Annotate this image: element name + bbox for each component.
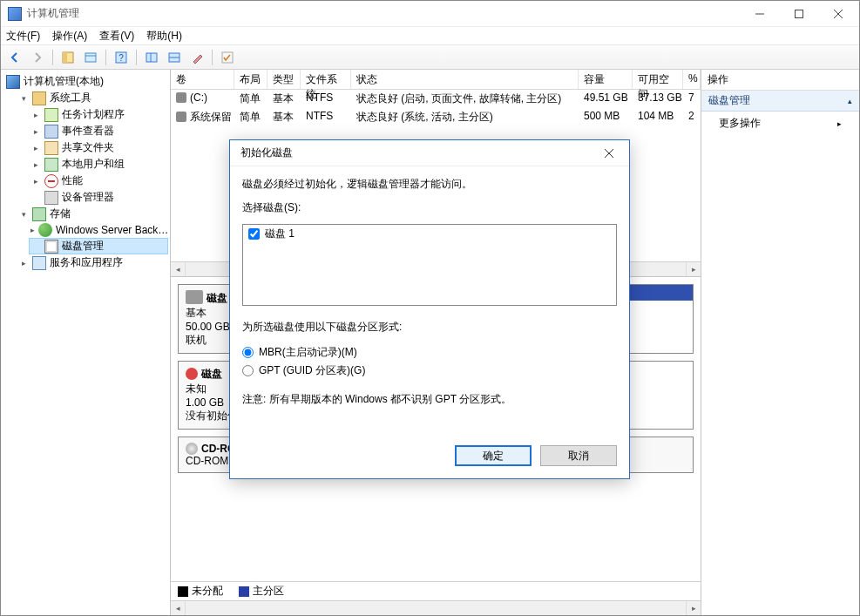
col-fs[interactable]: 文件系统 [301, 70, 351, 89]
actions-pane: 操作 磁盘管理 ▴ 更多操作 ▸ [701, 70, 859, 615]
storage-icon [32, 207, 46, 221]
disk1-checkbox[interactable] [248, 228, 260, 240]
chevron-down-icon[interactable]: ▾ [18, 209, 29, 220]
ok-button[interactable]: 确定 [455, 445, 532, 466]
col-capacity[interactable]: 容量 [579, 70, 633, 89]
gpt-radio[interactable] [242, 365, 254, 376]
actions-more[interactable]: 更多操作 ▸ [701, 112, 859, 135]
vol-name: (C:) [190, 91, 207, 104]
dialog-note: 注意: 所有早期版本的 Windows 都不识别 GPT 分区形式。 [242, 392, 617, 407]
tree-storage[interactable]: ▾ 存储 [17, 206, 168, 222]
chevron-right-icon[interactable]: ▸ [18, 258, 29, 268]
h-scrollbar-bottom[interactable]: ◂ ▸ [171, 600, 701, 615]
toolbar: ? [1, 44, 859, 70]
scheduler-icon [44, 108, 58, 122]
tree-devmgr-label: 设备管理器 [62, 190, 114, 205]
menu-help[interactable]: 帮助(H) [146, 29, 182, 44]
window-titlebar: 计算机管理 [1, 1, 859, 27]
dialog-disk-list[interactable]: 磁盘 1 [242, 224, 617, 306]
close-button[interactable] [818, 2, 857, 26]
chevron-right-icon[interactable]: ▸ [30, 176, 41, 186]
col-pct[interactable]: % [683, 70, 701, 89]
tools-icon [32, 91, 46, 105]
tb-props-button[interactable] [80, 48, 101, 67]
actions-group[interactable]: 磁盘管理 ▴ [701, 91, 859, 112]
initialize-disk-dialog: 初始化磁盘 磁盘必须经过初始化，逻辑磁盘管理器才能访问。 选择磁盘(S): 磁盘… [229, 139, 630, 479]
mbr-radio[interactable] [242, 347, 254, 358]
volume-icon [176, 92, 186, 103]
nav-fwd-button[interactable] [27, 48, 48, 67]
tree-shared-folders[interactable]: ▸共享文件夹 [29, 139, 168, 156]
cancel-button[interactable]: 取消 [540, 445, 617, 466]
chevron-right-icon[interactable]: ▸ [30, 143, 41, 153]
chevron-right-icon[interactable]: ▸ [30, 110, 41, 120]
tb-view2-button[interactable] [164, 48, 185, 67]
chevron-right-icon[interactable]: ▸ [30, 225, 35, 235]
svg-rect-2 [63, 52, 67, 63]
tb-help-button[interactable]: ? [111, 48, 132, 67]
tb-settings-button[interactable] [186, 48, 207, 67]
volume-row[interactable]: (C:) 简单 基本 NTFS 状态良好 (启动, 页面文件, 故障转储, 主分… [171, 90, 701, 108]
diskmgmt-icon [44, 240, 58, 254]
chevron-right-icon[interactable]: ▸ [30, 159, 41, 170]
col-volume[interactable]: 卷 [171, 70, 234, 89]
chevron-right-icon[interactable]: ▸ [30, 126, 41, 137]
menu-file[interactable]: 文件(F) [6, 29, 40, 44]
collapse-up-icon: ▴ [848, 97, 852, 105]
disk-icon [186, 290, 203, 304]
tree-storage-label: 存储 [50, 206, 71, 221]
tree-windows-server-backup[interactable]: ▸Windows Server Back… [29, 222, 168, 238]
mbr-label: MBR(主启动记录)(M) [259, 345, 357, 360]
col-layout[interactable]: 布局 [234, 70, 267, 89]
radio-gpt-row[interactable]: GPT (GUID 分区表)(G) [242, 362, 617, 380]
tree-root[interactable]: 计算机管理(本地) [4, 73, 168, 90]
svg-rect-3 [85, 53, 96, 62]
cdrom-icon [186, 443, 198, 455]
minimize-button[interactable] [740, 2, 779, 26]
menu-action[interactable]: 操作(A) [52, 29, 87, 44]
volume-icon [176, 112, 186, 122]
col-free[interactable]: 可用空间 [633, 70, 683, 89]
tree-disk-management[interactable]: ▸磁盘管理 [29, 238, 168, 254]
col-status[interactable]: 状态 [351, 70, 579, 89]
tree-local-users[interactable]: ▸本地用户和组 [29, 156, 168, 173]
eventviewer-icon [44, 125, 58, 139]
disk-title: 磁盘 [201, 368, 222, 380]
tree-sched-label: 任务计划程序 [62, 107, 125, 122]
tree-root-label: 计算机管理(本地) [24, 74, 104, 89]
services-icon [32, 256, 46, 270]
dialog-titlebar: 初始化磁盘 [230, 140, 629, 166]
window-title: 计算机管理 [27, 6, 740, 21]
volume-row[interactable]: 系统保留 简单 基本 NTFS 状态良好 (系统, 活动, 主分区) 500 M… [171, 108, 701, 126]
scroll-right-button[interactable]: ▸ [686, 601, 701, 615]
wsb-icon [38, 223, 52, 237]
nav-back-button[interactable] [4, 48, 25, 67]
scroll-left-button[interactable]: ◂ [171, 601, 186, 615]
tree-svcapp-label: 服务和应用程序 [50, 255, 123, 270]
dialog-title: 初始化磁盘 [240, 146, 596, 160]
scroll-left-button[interactable]: ◂ [171, 262, 186, 276]
menu-bar: 文件(F) 操作(A) 查看(V) 帮助(H) [1, 27, 859, 44]
svg-text:?: ? [119, 53, 124, 63]
disk1-label: 磁盘 1 [265, 227, 295, 241]
nav-tree-pane: 计算机管理(本地) ▾ 系统工具 ▸任务计划程序 ▸事件查看器 [1, 70, 171, 615]
radio-mbr-row[interactable]: MBR(主启动记录)(M) [242, 343, 617, 362]
tree-device-manager[interactable]: ▸设备管理器 [29, 189, 168, 206]
tree-event-viewer[interactable]: ▸事件查看器 [29, 123, 168, 139]
tree-system-tools[interactable]: ▾ 系统工具 [17, 90, 168, 106]
legend-primary-swatch [239, 586, 249, 597]
chevron-down-icon[interactable]: ▾ [18, 93, 29, 104]
maximize-button[interactable] [779, 2, 818, 26]
tree-performance[interactable]: ▸性能 [29, 173, 168, 189]
tree-services-apps[interactable]: ▸ 服务和应用程序 [17, 254, 168, 271]
tb-showhide-button[interactable] [58, 48, 78, 67]
disk-checkbox-row[interactable]: 磁盘 1 [243, 225, 616, 243]
tb-check-button[interactable] [217, 48, 238, 67]
menu-view[interactable]: 查看(V) [99, 29, 134, 44]
tb-view1-button[interactable] [141, 48, 162, 67]
tree-task-scheduler[interactable]: ▸任务计划程序 [29, 106, 168, 123]
dialog-close-button[interactable] [596, 143, 622, 164]
col-type[interactable]: 类型 [267, 70, 301, 89]
scroll-right-button[interactable]: ▸ [686, 262, 701, 276]
chevron-right-icon: ▸ [837, 119, 842, 128]
